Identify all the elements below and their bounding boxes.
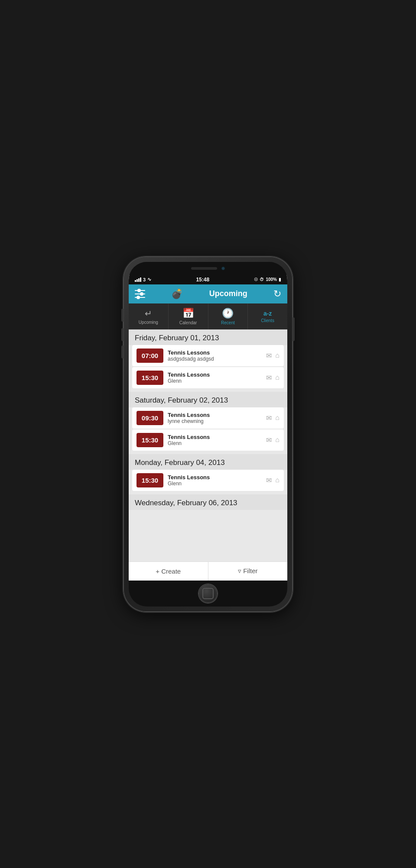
signal-bar-4 <box>140 278 141 282</box>
speaker <box>191 267 217 270</box>
email-icon-1-0[interactable]: ✉ <box>266 414 272 422</box>
appt-time-1-1: 15:30 <box>136 433 163 447</box>
calendar-icon: 📅 <box>182 308 194 319</box>
appt-time-2-0: 15:30 <box>136 473 163 487</box>
status-right: ☉ ⏱ 100% ▮ <box>254 277 281 282</box>
appt-actions-1-1: ✉ ⌂ <box>266 436 280 444</box>
carrier-label: 3 <box>143 277 146 282</box>
refresh-icon[interactable]: ↻ <box>273 288 281 300</box>
appt-actions-2-0: ✉ ⌂ <box>266 476 280 484</box>
home-icon-1-0[interactable]: ⌂ <box>275 414 280 422</box>
email-icon-1-1[interactable]: ✉ <box>266 436 272 444</box>
appt-title-1-0: Tennis Lessons <box>168 412 262 418</box>
appt-info-1-0: Tennis Lessons lynne chewning <box>168 412 262 424</box>
signal-bar-3 <box>138 278 140 282</box>
appt-subtitle-0-0: asdgsdsadg asdgsd <box>168 356 262 362</box>
create-button[interactable]: + Create <box>129 562 208 581</box>
appt-info-0-1: Tennis Lessons Glenn <box>168 371 262 384</box>
appt-card-0-1[interactable]: 15:30 Tennis Lessons Glenn ✉ ⌂ <box>132 367 284 388</box>
create-label: + Create <box>156 568 181 575</box>
signal-bar-2 <box>136 279 138 282</box>
appt-card-2-0[interactable]: 15:30 Tennis Lessons Glenn ✉ ⌂ <box>132 470 284 491</box>
appt-title-1-1: Tennis Lessons <box>168 434 262 440</box>
appt-title-0-1: Tennis Lessons <box>168 371 262 378</box>
calendar-label: Calendar <box>179 320 197 325</box>
upcoming-icon: ↵ <box>145 308 152 319</box>
status-bar: 3 ∿ 15:48 ☉ ⏱ 100% ▮ <box>129 275 287 284</box>
appt-subtitle-0-1: Glenn <box>168 378 262 384</box>
wifi-icon: ∿ <box>147 277 151 282</box>
recent-label: Recent <box>221 320 235 325</box>
appt-time-0-1: 15:30 <box>136 371 163 385</box>
filter-button[interactable]: ▿ Filter <box>208 562 288 581</box>
status-left: 3 ∿ <box>135 277 151 282</box>
home-icon-0-0[interactable]: ⌂ <box>275 352 280 360</box>
email-icon-2-0[interactable]: ✉ <box>266 476 272 484</box>
camera <box>221 267 225 270</box>
filter-label: ▿ Filter <box>238 567 258 575</box>
appt-info-0-0: Tennis Lessons asdgsdsadg asdgsd <box>168 349 262 362</box>
bottom-toolbar: + Create ▿ Filter <box>129 561 287 581</box>
home-icon-2-0[interactable]: ⌂ <box>275 476 280 484</box>
az-icon: a-z <box>263 310 272 317</box>
tab-upcoming[interactable]: ↵ Upcoming <box>129 303 169 329</box>
appt-card-1-0[interactable]: 09:30 Tennis Lessons lynne chewning ✉ ⌂ <box>132 407 284 429</box>
date-header-3: Wednesday, February 06, 2013 <box>129 494 287 510</box>
bomb-icon: 💣 <box>171 288 183 300</box>
appt-title-2-0: Tennis Lessons <box>168 474 262 481</box>
tab-calendar[interactable]: 📅 Calendar <box>169 303 208 329</box>
tab-clients[interactable]: a-z Clients <box>248 303 287 329</box>
tab-recent[interactable]: 🕐 Recent <box>208 303 248 329</box>
appt-title-0-0: Tennis Lessons <box>168 349 262 356</box>
home-button[interactable] <box>198 584 218 603</box>
home-icon-0-1[interactable]: ⌂ <box>275 374 280 382</box>
header-title: Upcoming <box>209 289 247 298</box>
phone-screen: 3 ∿ 15:48 ☉ ⏱ 100% ▮ 💣 Up <box>129 275 287 581</box>
appt-time-0-0: 07:00 <box>136 348 163 363</box>
email-icon-0-1[interactable]: ✉ <box>266 374 272 382</box>
battery-label: 100% <box>266 277 277 282</box>
lock-icon: ☉ <box>254 277 258 282</box>
appt-actions-0-0: ✉ ⌂ <box>266 352 280 360</box>
content-area[interactable]: Friday, February 01, 2013 07:00 Tennis L… <box>129 329 287 561</box>
date-header-0: Friday, February 01, 2013 <box>129 329 287 345</box>
date-header-2: Monday, February 04, 2013 <box>129 454 287 470</box>
phone-device: 3 ∿ 15:48 ☉ ⏱ 100% ▮ 💣 Up <box>124 257 292 612</box>
signal-bars <box>135 278 141 282</box>
appt-time-1-0: 09:30 <box>136 411 163 425</box>
appt-card-1-1[interactable]: 15:30 Tennis Lessons Glenn ✉ ⌂ <box>132 429 284 451</box>
alarm-icon: ⏱ <box>260 277 264 282</box>
date-header-1: Saturday, February 02, 2013 <box>129 392 287 407</box>
clients-label: Clients <box>261 318 274 323</box>
email-icon-0-0[interactable]: ✉ <box>266 352 272 360</box>
appt-subtitle-1-0: lynne chewning <box>168 418 262 424</box>
nav-tabs: ↵ Upcoming 📅 Calendar 🕐 Recent a-z Clien… <box>129 303 287 329</box>
appt-card-0-0[interactable]: 07:00 Tennis Lessons asdgsdsadg asdgsd ✉… <box>132 345 284 366</box>
appt-info-1-1: Tennis Lessons Glenn <box>168 434 262 446</box>
appt-actions-1-0: ✉ ⌂ <box>266 414 280 422</box>
upcoming-label: Upcoming <box>139 320 158 325</box>
sliders-icon[interactable] <box>135 290 145 298</box>
signal-bar-1 <box>135 280 136 282</box>
appt-actions-0-1: ✉ ⌂ <box>266 374 280 382</box>
app-header: 💣 Upcoming ↻ <box>129 284 287 303</box>
battery-icon: ▮ <box>279 277 281 282</box>
home-icon-1-1[interactable]: ⌂ <box>275 436 280 444</box>
status-time: 15:48 <box>196 277 209 283</box>
clock-icon: 🕐 <box>222 308 234 319</box>
appt-subtitle-2-0: Glenn <box>168 481 262 487</box>
appt-subtitle-1-1: Glenn <box>168 440 262 446</box>
appt-info-2-0: Tennis Lessons Glenn <box>168 474 262 487</box>
